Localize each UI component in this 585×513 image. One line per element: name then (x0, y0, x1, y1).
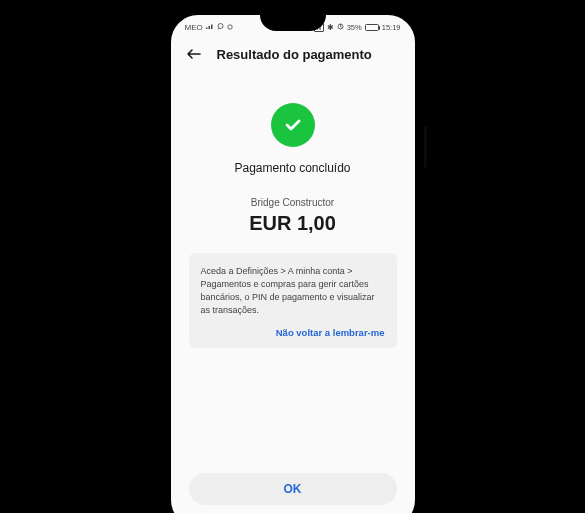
amount: EUR 1,00 (189, 212, 397, 235)
phone-frame: MEO N ✱ 35% 15:19 (162, 6, 424, 513)
info-message: Aceda a Definições > A minha conta > Pag… (201, 265, 385, 317)
status-text: Pagamento concluído (189, 161, 397, 175)
battery-percent: 35% (347, 23, 362, 32)
misc-icon (227, 23, 233, 32)
back-button[interactable] (185, 45, 203, 63)
battery-icon (365, 24, 379, 31)
svg-point-1 (228, 24, 232, 28)
success-icon (271, 103, 315, 147)
side-button (424, 126, 427, 168)
info-box: Aceda a Definições > A minha conta > Pag… (189, 253, 397, 348)
dismiss-link[interactable]: Não voltar a lembrar-me (201, 327, 385, 338)
chat-icon (217, 23, 224, 32)
arrow-left-icon (186, 46, 202, 62)
ok-label: OK (284, 482, 302, 496)
status-left: MEO (185, 23, 233, 32)
carrier-label: MEO (185, 23, 203, 32)
ok-button[interactable]: OK (189, 473, 397, 505)
svg-point-0 (218, 23, 223, 28)
signal-icon (206, 23, 214, 32)
checkmark-icon (281, 113, 305, 137)
screen: MEO N ✱ 35% 15:19 (171, 15, 415, 513)
bluetooth-icon: ✱ (327, 23, 334, 32)
product-name: Bridge Constructor (189, 197, 397, 208)
rotate-icon (337, 23, 344, 32)
page-title: Resultado do pagamento (217, 47, 372, 62)
header: Resultado do pagamento (171, 35, 415, 71)
status-right: N ✱ 35% 15:19 (314, 23, 401, 32)
notch (260, 15, 326, 31)
content: Pagamento concluído Bridge Constructor E… (171, 71, 415, 348)
time-label: 15:19 (382, 23, 401, 32)
